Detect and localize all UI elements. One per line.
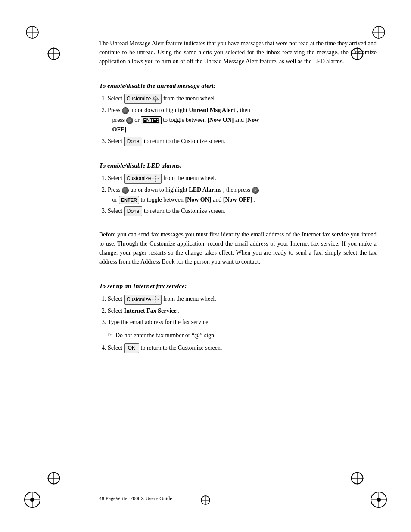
svg-rect-37 [156,176,156,177]
step3-text-after: to return to the Customize screen. [144,138,225,144]
customize-button-3: Customize [124,295,162,305]
s2-step2-press: Press [108,187,122,193]
s3-step2-after: . [178,308,180,314]
section1-step3: Select Done to return to the Customize s… [108,137,377,146]
s2-now-on: [Now ON] [185,196,211,203]
corner-mark-br [370,491,387,508]
customize-label-1: Customize [127,95,151,103]
step2-bold: Unread Msg Alert [189,107,235,113]
s2-step3-before: Select [108,208,124,214]
section2-steps: Select Customize from the menu wheel. Pr [108,174,377,217]
main-content: The Unread Message Alert feature indicat… [99,39,377,353]
section1-steps: Select Customize [108,94,377,146]
corner-mark-tl [24,24,41,41]
note-symbol: ☞ [108,331,113,339]
s2-period: . [254,196,255,203]
section2-heading: To enable/disable LED alarms: [99,162,377,169]
customize-label-2: Customize [127,174,151,183]
s2-step2-toggle: to toggle between [140,196,185,203]
s3-step1-after: from the menu wheel. [163,296,216,302]
section2-step3: Select Done to return to the Customize s… [108,206,377,216]
step2-press: Press [108,107,122,113]
s2-step1-after: from the menu wheel. [163,175,216,181]
s2-and: and [213,196,223,203]
svg-rect-30 [153,99,153,100]
s2-step2-text: up or down to highlight [131,187,189,193]
s2-step2-bold: LED Alarms [189,187,221,193]
section3-heading: To set up an Internet fax service: [99,283,377,290]
svg-rect-40 [158,178,159,179]
customize-gear-icon-3 [152,296,159,303]
section3-step1: Select Customize from the menu wheel. [108,294,377,304]
customize-label-3: Customize [127,296,151,304]
enter-button-1: ENTER [141,116,161,125]
intro-paragraph: The Unread Message Alert feature indicat… [99,39,377,66]
svg-rect-28 [156,96,156,97]
step2-now-on: [Now ON] [207,117,234,123]
svg-rect-31 [158,99,159,100]
check-icon-2: ✓ [252,187,259,194]
s2-step2-or: or [108,196,119,203]
svg-rect-29 [156,101,156,102]
svg-point-36 [155,178,156,179]
page-footer: 48 PageWriter 2000X User's Guide [99,495,172,502]
svg-rect-44 [156,302,156,302]
section2-step2: Press up or down to highlight LED Alarms… [108,185,377,205]
svg-rect-39 [153,178,153,179]
page: The Unread Message Alert feature indicat… [0,0,411,532]
section3-step4: Select OK to return to the Customize scr… [108,343,377,353]
svg-rect-43 [156,296,156,297]
s2-now-off: [Now OFF] [223,196,252,203]
customize-button-2: Customize [124,174,162,184]
s3-step1-before: Select [108,296,124,302]
s3-step2-bold: Internet Fax Service [124,308,177,314]
section3-step3: Type the email address for the fax servi… [108,317,377,327]
customize-gear-icon-1 [152,96,159,103]
enter-button-2: ENTER [119,196,139,205]
svg-rect-46 [158,299,159,300]
step1-text-before: Select [108,95,124,102]
done-button-1: Done [124,137,143,146]
svg-rect-38 [156,181,156,182]
section1-step2: Press up or down to highlight Unread Msg… [108,106,377,134]
step2-and: and [235,117,246,123]
corner-inner-mark-br [349,470,366,487]
corner-inner-mark-tl [45,45,62,62]
corner-mark-tr [370,24,387,41]
svg-point-34 [155,98,156,100]
corner-inner-mark-bl [45,470,62,487]
step2-period: . [128,126,130,133]
svg-point-42 [155,299,156,300]
section3-step4-list: Select OK to return to the Customize scr… [108,343,377,353]
s2-step2-then: , then press [223,187,252,193]
corner-inner-mark-tr [349,45,366,62]
joystick-icon-2 [122,187,129,194]
svg-rect-45 [153,299,153,300]
footer-text: 48 PageWriter 2000X User's Guide [99,495,172,501]
s3-step4-before: Select [108,345,124,351]
section1-step1: Select Customize [108,94,377,104]
s2-step1-before: Select [108,175,124,181]
done-button-2: Done [124,206,143,216]
fax-note: ☞ Do not enter the fax number or “@” sig… [108,331,377,340]
s3-step4-after: to return to the Customize screen. [141,345,222,351]
customize-gear-icon-2 [152,175,159,182]
step2-or: or [134,117,141,123]
joystick-icon-1 [122,107,129,114]
step1-text-after: from the menu wheel. [163,95,216,102]
section3-steps: Select Customize from the menu wheel. Se [108,294,377,327]
section2-step1: Select Customize from the menu wheel. [108,174,377,184]
fax-paragraph: Before you can send fax messages you mus… [99,230,377,266]
s3-step3-text: Type the email address for the fax servi… [108,319,210,325]
s3-step2-before: Select [108,308,124,314]
corner-mark-bl [24,491,41,508]
step2-text2: up or down to highlight [131,107,189,113]
note-text: Do not enter the fax number or “@” sign. [115,331,216,340]
section1-heading: To enable/disable the unread message ale… [99,82,377,90]
s2-step3-after: to return to the Customize screen. [144,208,225,214]
customize-button-1: Customize [124,94,162,104]
step2-toggle: to toggle between [163,117,207,123]
step3-text-before: Select [108,138,124,144]
check-icon-1: ✓ [126,117,133,124]
ok-button: OK [124,343,139,353]
